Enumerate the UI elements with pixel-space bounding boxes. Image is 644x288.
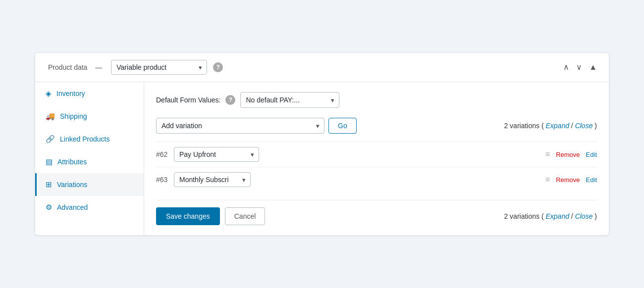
variation-63-id: #63 bbox=[156, 176, 174, 184]
expand-link-top[interactable]: Expand bbox=[545, 122, 569, 130]
sidebar-label-shipping: Shipping bbox=[60, 112, 87, 120]
remove-button-63[interactable]: Remove bbox=[556, 176, 580, 184]
linked-products-icon: 🔗 bbox=[46, 135, 55, 144]
product-data-title: Product data bbox=[48, 63, 87, 71]
default-form-label: Default Form Values: bbox=[156, 96, 220, 104]
collapse-up-button[interactable]: ∧ bbox=[561, 62, 571, 72]
shipping-icon: 🚚 bbox=[46, 112, 55, 121]
default-form-select[interactable]: No default PAY:... Pay Upfront Monthly S… bbox=[240, 92, 339, 108]
variation-62-actions: ≡ Remove Edit bbox=[545, 150, 597, 159]
sidebar-item-variations[interactable]: ⊞ Variations bbox=[35, 173, 144, 196]
drag-icon-63[interactable]: ≡ bbox=[545, 175, 550, 184]
variations-count-text-bottom: 2 variations bbox=[504, 212, 539, 220]
header-dash: — bbox=[95, 63, 102, 71]
product-data-label: Product data — bbox=[45, 63, 105, 71]
product-type-wrapper[interactable]: Variable product Simple product Grouped … bbox=[111, 60, 207, 75]
collapse-down-button[interactable]: ∨ bbox=[574, 62, 584, 72]
variations-count-text-top: 2 variations bbox=[504, 122, 539, 130]
sidebar-label-advanced: Advanced bbox=[57, 203, 88, 211]
help-icon[interactable]: ? bbox=[213, 62, 223, 72]
close-link-bottom[interactable]: Close bbox=[575, 212, 593, 220]
variation-62-id: #62 bbox=[156, 150, 174, 158]
product-data-card: Product data — Variable product Simple p… bbox=[35, 52, 609, 236]
variation-62-select-wrapper[interactable]: Pay Upfront Monthly Subscription Any bbox=[174, 147, 259, 162]
advanced-icon: ⚙ bbox=[46, 203, 52, 212]
variation-controls: Add variation Create variations from all… bbox=[156, 118, 597, 134]
save-changes-button[interactable]: Save changes bbox=[156, 207, 220, 225]
variation-63-select-wrapper[interactable]: Monthly Subscri Pay Upfront Any bbox=[174, 172, 251, 187]
attributes-icon: ▤ bbox=[46, 157, 53, 166]
variation-item-62: #62 Pay Upfront Monthly Subscription Any… bbox=[156, 142, 597, 167]
sidebar: ◈ Inventory 🚚 Shipping 🔗 Linked Products… bbox=[35, 82, 144, 235]
sidebar-label-linked-products: Linked Products bbox=[60, 135, 109, 143]
sidebar-item-shipping[interactable]: 🚚 Shipping bbox=[35, 105, 144, 128]
sidebar-item-inventory[interactable]: ◈ Inventory bbox=[35, 82, 144, 105]
variation-63-actions: ≡ Remove Edit bbox=[545, 175, 597, 184]
variation-62-select[interactable]: Pay Upfront Monthly Subscription Any bbox=[174, 147, 259, 162]
sidebar-label-attributes: Attributes bbox=[57, 158, 87, 166]
footer-actions: Save changes Cancel 2 variations ( Expan… bbox=[156, 200, 597, 225]
edit-button-63[interactable]: Edit bbox=[586, 176, 597, 184]
sidebar-label-variations: Variations bbox=[57, 181, 87, 189]
cancel-button[interactable]: Cancel bbox=[225, 207, 266, 225]
drag-icon-62[interactable]: ≡ bbox=[545, 150, 550, 159]
go-button[interactable]: Go bbox=[328, 118, 357, 134]
variation-63-select[interactable]: Monthly Subscri Pay Upfront Any bbox=[174, 172, 251, 187]
variation-left: Add variation Create variations from all… bbox=[156, 118, 357, 134]
sidebar-item-linked-products[interactable]: 🔗 Linked Products bbox=[35, 128, 144, 150]
sidebar-item-advanced[interactable]: ⚙ Advanced bbox=[35, 196, 144, 219]
variations-count-top: 2 variations ( Expand / Close ) bbox=[504, 122, 597, 130]
collapse-button[interactable]: ▲ bbox=[587, 62, 599, 72]
variations-count-bottom: 2 variations ( Expand / Close ) bbox=[504, 212, 597, 220]
add-variation-select[interactable]: Add variation Create variations from all… bbox=[156, 118, 324, 134]
sidebar-item-attributes[interactable]: ▤ Attributes bbox=[35, 150, 144, 173]
expand-link-bottom[interactable]: Expand bbox=[545, 212, 569, 220]
edit-button-62[interactable]: Edit bbox=[586, 151, 597, 158]
product-type-select[interactable]: Variable product Simple product Grouped … bbox=[111, 60, 207, 75]
remove-button-62[interactable]: Remove bbox=[556, 151, 580, 158]
default-form-row: Default Form Values: ? No default PAY:..… bbox=[156, 92, 597, 108]
variation-item-63: #63 Monthly Subscri Pay Upfront Any ≡ Re… bbox=[156, 167, 597, 192]
default-form-select-wrapper[interactable]: No default PAY:... Pay Upfront Monthly S… bbox=[240, 92, 339, 108]
card-body: ◈ Inventory 🚚 Shipping 🔗 Linked Products… bbox=[35, 82, 609, 235]
header-controls: ∧ ∨ ▲ bbox=[561, 62, 599, 72]
card-header: Product data — Variable product Simple p… bbox=[35, 53, 609, 82]
close-link-top[interactable]: Close bbox=[575, 122, 593, 130]
inventory-icon: ◈ bbox=[46, 89, 52, 98]
variations-icon: ⊞ bbox=[46, 180, 52, 189]
footer-left: Save changes Cancel bbox=[156, 207, 265, 225]
sidebar-label-inventory: Inventory bbox=[56, 90, 85, 97]
add-variation-wrapper[interactable]: Add variation Create variations from all… bbox=[156, 118, 324, 134]
main-content: Default Form Values: ? No default PAY:..… bbox=[144, 82, 609, 235]
default-form-help-icon[interactable]: ? bbox=[225, 95, 235, 105]
